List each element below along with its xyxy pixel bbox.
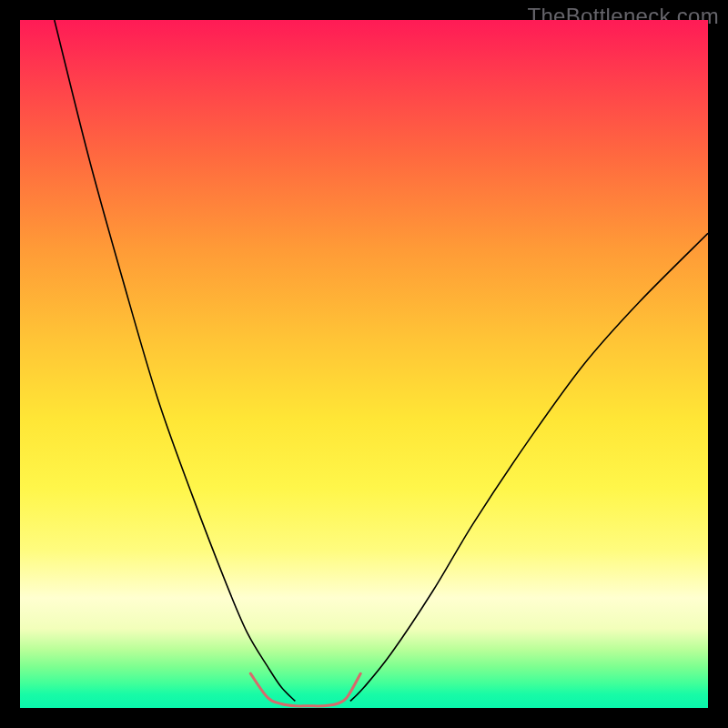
- gradient-plot-area: [20, 20, 708, 708]
- curve-layer: [20, 20, 708, 708]
- right-curve: [350, 233, 708, 701]
- outer-frame: TheBottleneck.com: [0, 0, 728, 728]
- valley-floor-highlight: [250, 673, 360, 706]
- left-curve: [55, 20, 296, 701]
